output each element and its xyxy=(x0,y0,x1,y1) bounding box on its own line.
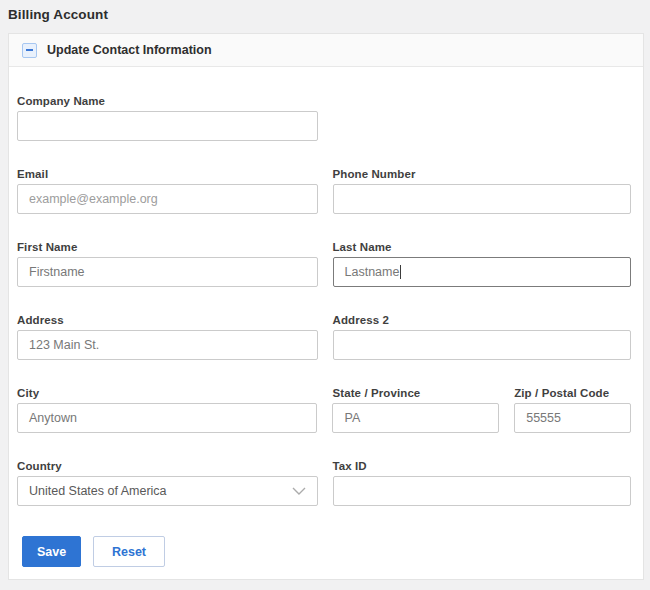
zip-postal-label: Zip / Postal Code xyxy=(514,387,631,399)
contact-form: Company Name Email example@example.org P… xyxy=(9,95,643,567)
address2-input[interactable] xyxy=(333,330,632,360)
last-name-field: Last Name Lastname xyxy=(333,241,632,287)
city-input[interactable]: Anytown xyxy=(17,403,317,433)
billing-account-page: Billing Account Update Contact Informati… xyxy=(0,0,650,580)
chevron-down-icon xyxy=(292,487,306,495)
zip-postal-input[interactable]: 55555 xyxy=(514,403,631,433)
state-province-field: State / Province PA xyxy=(332,387,499,433)
reset-button[interactable]: Reset xyxy=(93,536,165,567)
panel-header: Update Contact Information xyxy=(9,34,643,67)
address2-field: Address 2 xyxy=(333,314,632,360)
tax-id-input[interactable] xyxy=(333,476,632,506)
address-label: Address xyxy=(17,314,318,326)
collapse-toggle-button[interactable] xyxy=(22,43,37,58)
form-actions: Save Reset xyxy=(22,536,631,567)
company-name-field: Company Name xyxy=(17,95,318,141)
company-name-input[interactable] xyxy=(17,111,318,141)
city-field: City Anytown xyxy=(17,387,317,433)
email-field: Email example@example.org xyxy=(17,168,318,214)
text-cursor xyxy=(400,265,401,279)
minus-icon xyxy=(26,49,33,51)
country-label: Country xyxy=(17,460,318,472)
country-select[interactable]: United States of America xyxy=(17,476,318,506)
form-row-country-tax: Country United States of America Tax ID xyxy=(17,460,631,506)
update-contact-panel: Update Contact Information Company Name … xyxy=(8,33,644,580)
address-input[interactable]: 123 Main St. xyxy=(17,330,318,360)
address-field: Address 123 Main St. xyxy=(17,314,318,360)
last-name-label: Last Name xyxy=(333,241,632,253)
tax-id-label: Tax ID xyxy=(333,460,632,472)
form-row-company: Company Name xyxy=(17,95,631,141)
phone-number-field: Phone Number xyxy=(333,168,632,214)
address2-label: Address 2 xyxy=(333,314,632,326)
phone-number-label: Phone Number xyxy=(333,168,632,180)
state-province-input[interactable]: PA xyxy=(332,403,499,433)
tax-id-field: Tax ID xyxy=(333,460,632,506)
save-button[interactable]: Save xyxy=(22,536,81,567)
last-name-input[interactable]: Lastname xyxy=(333,257,632,287)
first-name-field: First Name Firstname xyxy=(17,241,318,287)
page-title: Billing Account xyxy=(8,0,650,33)
form-row-city-state-zip: City Anytown State / Province PA Zip / P… xyxy=(17,387,631,433)
state-province-label: State / Province xyxy=(332,387,499,399)
company-name-label: Company Name xyxy=(17,95,318,107)
form-row-name: First Name Firstname Last Name Lastname xyxy=(17,241,631,287)
zip-postal-field: Zip / Postal Code 55555 xyxy=(514,387,631,433)
city-label: City xyxy=(17,387,317,399)
first-name-input[interactable]: Firstname xyxy=(17,257,318,287)
country-selected-value: United States of America xyxy=(29,484,167,498)
phone-number-input[interactable] xyxy=(333,184,632,214)
email-input[interactable]: example@example.org xyxy=(17,184,318,214)
form-row-email-phone: Email example@example.org Phone Number xyxy=(17,168,631,214)
panel-title: Update Contact Information xyxy=(47,43,212,57)
country-field: Country United States of America xyxy=(17,460,318,506)
form-row-address: Address 123 Main St. Address 2 xyxy=(17,314,631,360)
email-label: Email xyxy=(17,168,318,180)
first-name-label: First Name xyxy=(17,241,318,253)
